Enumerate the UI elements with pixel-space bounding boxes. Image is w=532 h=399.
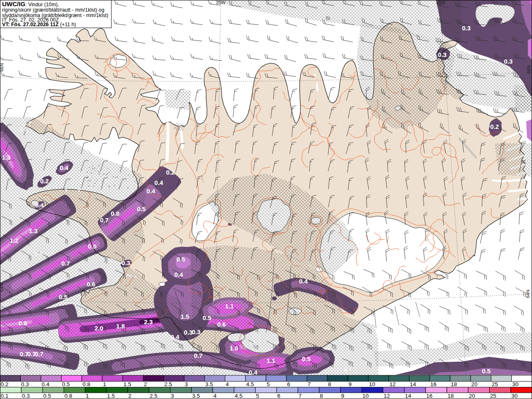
svg-text:5: 5: [267, 381, 270, 387]
svg-text:4.5: 4.5: [235, 393, 243, 399]
svg-text:0.6: 0.6: [344, 365, 353, 372]
svg-text:0.4: 0.4: [155, 179, 164, 186]
svg-text:1.8: 1.8: [116, 323, 125, 330]
svg-text:0.5: 0.5: [59, 293, 68, 300]
svg-text:0.4: 0.4: [60, 164, 69, 171]
svg-text:9: 9: [341, 393, 345, 399]
svg-text:2.3: 2.3: [144, 318, 153, 325]
svg-text:8: 8: [328, 381, 331, 387]
svg-text:0.8: 0.8: [82, 381, 90, 387]
svg-text:0.7: 0.7: [62, 260, 70, 267]
svg-text:12: 12: [384, 393, 390, 399]
svg-text:0.7: 0.7: [100, 217, 109, 224]
svg-text:0.2: 0.2: [166, 169, 175, 176]
svg-text:14: 14: [410, 381, 416, 387]
svg-text:12: 12: [389, 381, 396, 387]
svg-text:0.4: 0.4: [299, 278, 308, 285]
svg-text:0.3: 0.3: [504, 58, 513, 65]
svg-text:9: 9: [348, 381, 352, 387]
svg-text:1.6: 1.6: [249, 340, 257, 347]
svg-text:0.1: 0.1: [1, 393, 9, 399]
svg-text:0.4: 0.4: [35, 202, 44, 209]
svg-text:1.6: 1.6: [230, 345, 239, 352]
svg-text:64N: 64N: [525, 290, 530, 298]
svg-text:0.5: 0.5: [43, 393, 51, 399]
svg-text:66N: 66N: [526, 66, 531, 74]
svg-text:0.3: 0.3: [21, 381, 29, 387]
svg-text:10: 10: [362, 393, 369, 399]
svg-text:1: 1: [86, 393, 89, 399]
svg-text:4.5: 4.5: [246, 381, 254, 387]
svg-text:0.4: 0.4: [42, 381, 49, 387]
svg-text:0.5: 0.5: [177, 256, 185, 263]
svg-text:VT: Fös. 27.02.2026 11Z (+11 h: VT: Fös. 27.02.2026 11Z (+11 h): [2, 22, 76, 27]
svg-text:1.3: 1.3: [2, 154, 11, 161]
svg-text:0.8: 0.8: [111, 210, 120, 217]
svg-text:0.3: 0.3: [462, 25, 471, 32]
svg-text:4: 4: [214, 393, 217, 399]
svg-text:66N: 66N: [0, 63, 4, 71]
svg-text:4: 4: [226, 381, 229, 387]
svg-text:1.5: 1.5: [181, 313, 190, 320]
svg-text:0.2: 0.2: [1, 381, 9, 387]
svg-text:3: 3: [171, 393, 174, 399]
svg-text:16: 16: [430, 381, 436, 387]
svg-text:2.0: 2.0: [95, 325, 103, 332]
svg-text:0.5: 0.5: [62, 381, 70, 387]
svg-text:2.5: 2.5: [164, 381, 172, 387]
svg-text:25: 25: [492, 381, 498, 387]
svg-text:0.4: 0.4: [171, 333, 180, 340]
svg-text:1.1: 1.1: [267, 357, 276, 364]
svg-text:20: 20: [471, 381, 478, 387]
svg-text:UWC/IG: Vindur (10m),: UWC/IG: Vindur (10m),: [2, 0, 59, 7]
svg-text:3.5: 3.5: [205, 381, 213, 387]
svg-text:0.3: 0.3: [20, 125, 28, 132]
svg-text:0.7: 0.7: [35, 350, 44, 357]
svg-text:2: 2: [128, 393, 132, 399]
svg-text:5: 5: [256, 393, 259, 399]
svg-text:18: 18: [451, 381, 457, 387]
svg-text:8: 8: [320, 393, 323, 399]
svg-text:0.3: 0.3: [438, 51, 447, 58]
svg-text:0.3: 0.3: [22, 393, 30, 399]
svg-text:7: 7: [308, 381, 311, 387]
svg-text:10: 10: [369, 381, 375, 387]
svg-text:0.2: 0.2: [490, 123, 499, 130]
svg-text:0.5: 0.5: [137, 205, 146, 212]
svg-text:1.3: 1.3: [29, 227, 38, 234]
svg-text:0.3: 0.3: [122, 259, 131, 266]
svg-text:16: 16: [426, 393, 433, 399]
svg-text:0.4: 0.4: [34, 250, 43, 257]
svg-text:0.5: 0.5: [482, 367, 491, 374]
svg-text:0.5: 0.5: [88, 243, 97, 250]
svg-text:0.4: 0.4: [147, 187, 156, 195]
svg-text:3: 3: [185, 381, 188, 387]
svg-text:3.5: 3.5: [192, 393, 200, 399]
svg-text:7: 7: [298, 393, 302, 399]
svg-text:0.6: 0.6: [217, 321, 226, 328]
svg-text:0.2: 0.2: [40, 177, 49, 185]
svg-text:2.5: 2.5: [150, 393, 158, 399]
svg-text:25: 25: [490, 393, 496, 399]
svg-text:1.2: 1.2: [10, 237, 19, 244]
svg-text:0.4: 0.4: [175, 271, 184, 278]
svg-text:1.5: 1.5: [107, 393, 115, 399]
svg-text:1.5: 1.5: [123, 381, 131, 387]
svg-text:0.7: 0.7: [194, 352, 203, 359]
svg-text:30: 30: [512, 381, 518, 387]
svg-text:0.8: 0.8: [64, 393, 72, 399]
svg-text:14: 14: [405, 393, 411, 399]
svg-text:0.6: 0.6: [87, 281, 96, 288]
svg-text:rigning/skúrir (grænt/blátt/ra: rigning/skúrir (grænt/blátt/rautt - mm/1…: [2, 7, 104, 13]
svg-text:20: 20: [469, 393, 475, 399]
svg-text:18: 18: [448, 393, 454, 399]
svg-text:0.5: 0.5: [203, 314, 212, 321]
svg-text:0.8: 0.8: [19, 320, 27, 327]
svg-text:0.3: 0.3: [192, 328, 201, 335]
svg-text:0.5: 0.5: [302, 355, 311, 362]
svg-text:30: 30: [511, 393, 517, 399]
svg-text:1: 1: [103, 381, 106, 387]
svg-text:0.4: 0.4: [249, 369, 258, 376]
svg-text:2: 2: [144, 381, 147, 387]
svg-text:1.1: 1.1: [225, 303, 234, 310]
